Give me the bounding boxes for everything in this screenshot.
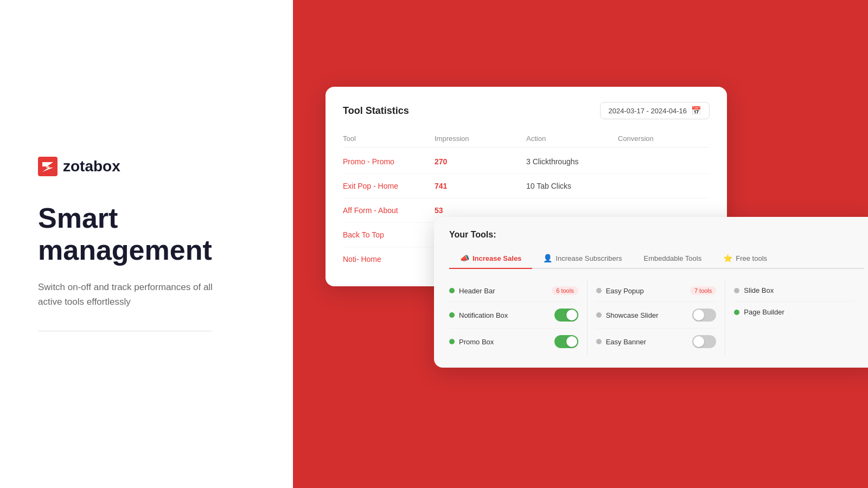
- tool-link[interactable]: Aff Form - About: [343, 206, 435, 215]
- status-dot-gray: [596, 339, 602, 344]
- tools-card-title: Your Tools:: [449, 230, 864, 240]
- table-header: Tool Impression Action Conversion: [343, 130, 710, 147]
- right-panel: Tool Statistics 2024-03-17 - 2024-04-16 …: [293, 0, 868, 488]
- tool-name: Page Builder: [744, 308, 784, 316]
- list-item: Promo Box: [449, 329, 578, 355]
- status-dot-green: [449, 312, 455, 318]
- impression-value: 53: [435, 206, 526, 215]
- list-item: Easy Banner: [596, 329, 717, 355]
- left-panel: zotabox Smart management Switch on-off a…: [0, 0, 293, 488]
- tool-name: Showcase Slider: [606, 311, 659, 319]
- list-item: Easy Popup 7 tools: [596, 280, 717, 302]
- toggle-notification-box[interactable]: [554, 309, 578, 322]
- impression-value: 270: [435, 157, 526, 166]
- divider: [38, 331, 212, 331]
- tab-free-tools[interactable]: ⭐ Free tools: [712, 248, 778, 269]
- stats-header: Tool Statistics 2024-03-17 - 2024-04-16 …: [343, 102, 710, 119]
- date-range-picker[interactable]: 2024-03-17 - 2024-04-16 📅: [600, 102, 710, 119]
- tool-name: Easy Banner: [606, 338, 646, 346]
- list-item: Slide Box: [734, 280, 855, 301]
- status-dot-gray: [596, 312, 602, 318]
- tab-label: Embeddable Tools: [643, 254, 701, 262]
- stats-title: Tool Statistics: [343, 105, 409, 117]
- tool-link[interactable]: Promo - Promo: [343, 157, 435, 166]
- tab-increase-subscribers[interactable]: 👤 Increase Subscribers: [532, 248, 633, 269]
- megaphone-icon: 📣: [460, 254, 469, 262]
- status-dot-gray: [734, 288, 739, 293]
- col-tool: Tool: [343, 134, 435, 143]
- status-dot-green: [734, 310, 739, 315]
- tab-label: Increase Sales: [473, 254, 521, 262]
- table-row: Exit Pop - Home 741 10 Tab Clicks: [343, 174, 710, 198]
- toggle-easy-banner[interactable]: [692, 335, 716, 348]
- tool-name: Promo Box: [459, 338, 494, 346]
- tools-tabs: 📣 Increase Sales 👤 Increase Subscribers …: [449, 248, 864, 269]
- toggle-showcase-slider[interactable]: [692, 309, 716, 322]
- action-value: 10 Tab Clicks: [526, 182, 618, 190]
- toggle-knob: [693, 310, 704, 320]
- list-item: Page Builder: [734, 301, 855, 323]
- status-dot-gray: [596, 288, 602, 293]
- tool-link[interactable]: Back To Top: [343, 230, 435, 239]
- main-heading: Smart management: [38, 202, 255, 267]
- status-dot-green: [449, 339, 455, 344]
- tools-column-1: Header Bar 6 tools Notification Box: [449, 280, 588, 355]
- toggle-knob: [693, 336, 704, 347]
- star-icon: ⭐: [723, 254, 732, 262]
- person-icon: 👤: [543, 254, 552, 262]
- toggle-knob: [566, 310, 577, 320]
- tab-label: Increase Subscribers: [556, 254, 622, 262]
- impression-value: 741: [435, 182, 526, 190]
- tab-label: Free tools: [736, 254, 767, 262]
- col-conversion: Conversion: [618, 134, 710, 143]
- date-range-text: 2024-03-17 - 2024-04-16: [608, 107, 687, 115]
- action-value: 3 Clickthroughs: [526, 157, 618, 166]
- toggle-knob: [566, 336, 577, 347]
- tab-embeddable-tools[interactable]: Embeddable Tools: [633, 248, 712, 269]
- tool-link[interactable]: Exit Pop - Home: [343, 182, 435, 190]
- zotabox-logo-icon: [38, 157, 58, 176]
- tool-name: Header Bar: [459, 287, 495, 295]
- logo-area: zotabox: [38, 157, 255, 176]
- toggle-promo-box[interactable]: [554, 335, 578, 348]
- list-item: Notification Box: [449, 302, 578, 329]
- status-dot-green: [449, 288, 455, 293]
- calendar-icon: 📅: [691, 106, 701, 115]
- tools-column-2: Easy Popup 7 tools Showcase Slider: [588, 280, 726, 355]
- col-impression: Impression: [435, 134, 526, 143]
- tool-name: Slide Box: [744, 286, 774, 294]
- sub-text: Switch on-off and track performances of …: [38, 280, 222, 309]
- tool-name: Notification Box: [459, 311, 508, 319]
- tab-increase-sales[interactable]: 📣 Increase Sales: [449, 248, 532, 269]
- tool-badge: 7 tools: [690, 286, 716, 295]
- tools-column-3: Slide Box Page Builder: [725, 280, 864, 355]
- tool-badge: 6 tools: [552, 286, 578, 295]
- col-action: Action: [526, 134, 618, 143]
- logo-text: zotabox: [63, 158, 120, 175]
- list-item: Showcase Slider: [596, 302, 717, 329]
- tool-name: Easy Popup: [606, 287, 644, 295]
- table-row: Promo - Promo 270 3 Clickthroughs: [343, 150, 710, 174]
- list-item: Header Bar 6 tools: [449, 280, 578, 302]
- tool-link[interactable]: Noti- Home: [343, 255, 435, 264]
- tools-card: Your Tools: 📣 Increase Sales 👤 Increase …: [434, 217, 868, 368]
- tools-grid: Header Bar 6 tools Notification Box: [449, 280, 864, 355]
